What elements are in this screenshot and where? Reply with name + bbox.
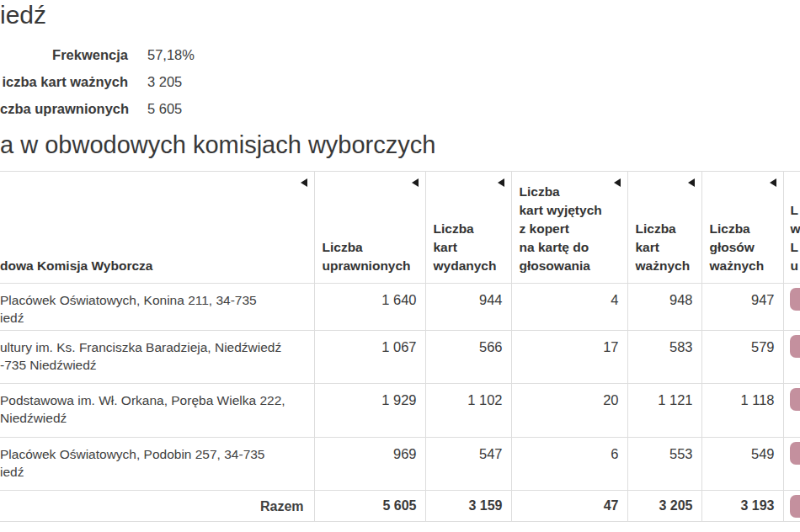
cell-liczba-uprawnionych: 1 067 xyxy=(314,331,425,384)
cell-liczba-kart-wydanych: 944 xyxy=(425,284,511,331)
table-row: ultury im. Ks. Franciszka Baradzieja, Ni… xyxy=(0,331,800,384)
cell-liczba-uprawnionych: 1 929 xyxy=(314,384,425,438)
col-header-liczba-kart-wydanych[interactable]: Liczbakartwydanych xyxy=(425,172,511,284)
total-liczba-uprawnionych: 5 605 xyxy=(314,491,425,522)
turnout-badge xyxy=(790,388,800,411)
col-header-liczba-kart-wyjetych[interactable]: Liczbakart wyjętychz kopertna kartę dogł… xyxy=(511,172,627,284)
col-header-liczba-glosow-waznych[interactable]: Liczbagłosówważnych xyxy=(701,172,783,284)
stat-label: iczba kart ważnych xyxy=(0,68,128,95)
total-row: Razem 5 605 3 159 47 3 205 3 193 xyxy=(0,491,800,522)
cell-liczba-glosow-waznych: 549 xyxy=(701,438,783,491)
col-header-label: Liczbauprawnionych xyxy=(323,238,418,275)
stat-row-uprawnieni: czba uprawnionych5 605 xyxy=(0,95,195,122)
col-header-komisja[interactable]: dowa Komisja Wyborcza xyxy=(0,172,314,284)
summary-stats: Frekwencja57,18% iczba kart ważnych3 205… xyxy=(0,41,195,122)
col-header-frekwencja[interactable]: LwLu xyxy=(783,172,800,284)
col-header-liczba-uprawnionych[interactable]: Liczbauprawnionych xyxy=(314,172,425,284)
stat-label: czba uprawnionych xyxy=(0,95,128,122)
commission-name-cell: Podstawowa im. Wł. Orkana, Poręba Wielka… xyxy=(0,384,314,438)
page: iedź Frekwencja57,18% iczba kart ważnych… xyxy=(0,0,800,532)
sort-icon[interactable] xyxy=(770,178,776,187)
table-row: Podstawowa im. Wł. Orkana, Poręba Wielka… xyxy=(0,384,800,438)
cell-liczba-kart-wyjetych: 20 xyxy=(511,384,627,438)
cell-frekwencja xyxy=(783,384,800,438)
cell-liczba-kart-wydanych: 1 102 xyxy=(425,384,511,438)
commission-name-cell: Placówek Oświatowych, Konina 211, 34-735… xyxy=(0,284,314,331)
stat-value: 3 205 xyxy=(147,68,182,95)
total-liczba-glosow-waznych: 3 193 xyxy=(701,491,783,522)
sort-icon[interactable] xyxy=(412,178,419,187)
cell-liczba-kart-waznych: 948 xyxy=(627,284,701,331)
col-header-liczba-kart-waznych[interactable]: Liczbakartważnych xyxy=(627,172,701,284)
table-row: Placówek Oświatowych, Konina 211, 34-735… xyxy=(0,284,800,331)
col-header-label: Liczbakart wyjętychz kopertna kartę dogł… xyxy=(520,183,620,275)
sort-icon[interactable] xyxy=(614,178,621,187)
cell-liczba-kart-waznych: 1 121 xyxy=(627,384,701,438)
cell-liczba-uprawnionych: 969 xyxy=(314,438,425,491)
turnout-badge xyxy=(790,495,800,518)
cell-liczba-kart-waznych: 583 xyxy=(627,331,701,384)
cell-liczba-kart-wydanych: 547 xyxy=(425,438,511,491)
total-frekwencja xyxy=(783,491,800,522)
cell-frekwencja xyxy=(783,331,800,384)
sort-icon[interactable] xyxy=(688,178,695,187)
cell-frekwencja xyxy=(783,284,800,331)
stat-value: 57,18% xyxy=(147,41,195,68)
cell-liczba-glosow-waznych: 1 118 xyxy=(701,384,783,438)
sort-icon[interactable] xyxy=(498,178,504,187)
stat-label: Frekwencja xyxy=(0,41,128,68)
turnout-badge xyxy=(790,288,800,311)
col-header-label: Liczbakartważnych xyxy=(636,220,694,275)
col-header-label: dowa Komisja Wyborcza xyxy=(0,257,307,275)
col-header-label: LwLu xyxy=(791,201,800,275)
cell-frekwencja xyxy=(783,438,800,491)
col-header-label: Liczbagłosówważnych xyxy=(710,220,776,275)
section-heading: a w obwodowych komisjach wyborczych xyxy=(0,126,435,163)
table-row: Placówek Oświatowych, Podobin 257, 34-73… xyxy=(0,438,800,491)
results-table: dowa Komisja Wyborcza Liczbauprawnionych… xyxy=(0,171,800,522)
stat-value: 5 605 xyxy=(147,95,182,122)
cell-liczba-kart-wyjetych: 4 xyxy=(511,284,627,331)
commission-name-cell: ultury im. Ks. Franciszka Baradzieja, Ni… xyxy=(0,331,314,384)
results-table-wrap: dowa Komisja Wyborcza Liczbauprawnionych… xyxy=(0,171,800,522)
cell-liczba-glosow-waznych: 947 xyxy=(701,284,783,331)
cell-liczba-kart-wyjetych: 6 xyxy=(511,438,627,491)
stat-row-frekwencja: Frekwencja57,18% xyxy=(0,41,195,68)
total-label-cell: Razem xyxy=(0,491,314,522)
cell-liczba-kart-waznych: 553 xyxy=(627,438,701,491)
cell-liczba-kart-wydanych: 566 xyxy=(425,331,511,384)
turnout-badge xyxy=(790,335,800,358)
col-header-label: Liczbakartwydanych xyxy=(434,220,504,275)
turnout-badge xyxy=(790,442,800,465)
total-liczba-kart-waznych: 3 205 xyxy=(627,491,701,522)
page-title: iedź xyxy=(0,0,46,32)
commission-name-cell: Placówek Oświatowych, Podobin 257, 34-73… xyxy=(0,438,314,491)
cell-liczba-glosow-waznych: 579 xyxy=(701,331,783,384)
total-liczba-kart-wydanych: 3 159 xyxy=(425,491,511,522)
header-row: dowa Komisja Wyborcza Liczbauprawnionych… xyxy=(0,172,800,284)
sort-icon[interactable] xyxy=(301,178,307,187)
total-liczba-kart-wyjetych: 47 xyxy=(511,491,627,522)
cell-liczba-kart-wyjetych: 17 xyxy=(511,331,627,384)
stat-row-karty-wazne: iczba kart ważnych3 205 xyxy=(0,68,195,95)
cell-liczba-uprawnionych: 1 640 xyxy=(314,284,425,331)
